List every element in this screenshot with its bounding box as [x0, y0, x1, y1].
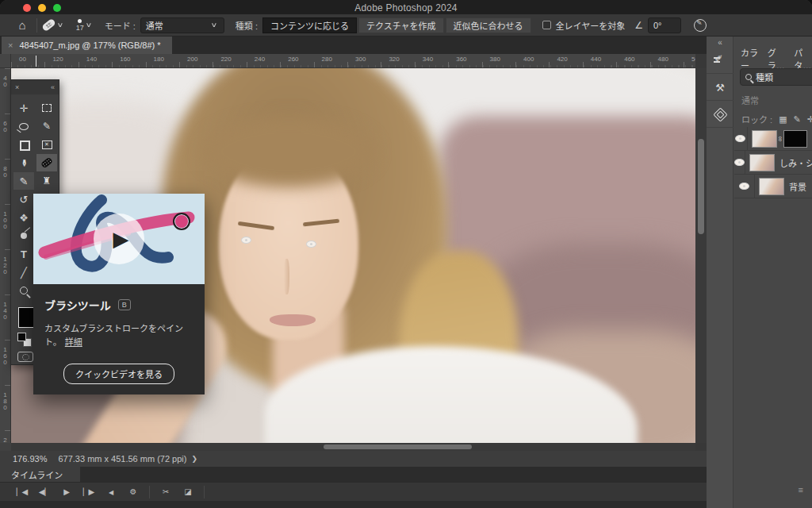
- visibility-cell[interactable]: [734, 151, 745, 174]
- lock-row: ロック : ▦ ✎ ✛: [741, 113, 812, 125]
- play-button[interactable]: ▶: [56, 487, 78, 496]
- brush-settings-panel-button[interactable]: [707, 48, 733, 74]
- visibility-cell[interactable]: [734, 175, 755, 198]
- eyedropper-tool[interactable]: ✒: [13, 154, 34, 171]
- ruler-label: 400: [523, 56, 534, 63]
- lock-transparency-icon[interactable]: ▦: [779, 114, 787, 125]
- next-frame-button[interactable]: ▶: [78, 487, 100, 496]
- type-button[interactable]: コンテンツに応じる: [262, 17, 357, 33]
- lock-paint-icon[interactable]: ✎: [794, 114, 801, 125]
- close-icon[interactable]: ×: [15, 83, 19, 91]
- horizontal-scrollbar[interactable]: [11, 443, 695, 451]
- audio-button[interactable]: ◀: [100, 487, 122, 496]
- tooltip-video-thumbnail[interactable]: ▶: [33, 194, 205, 284]
- frame-tool[interactable]: ✕: [36, 136, 57, 153]
- tools-presets-panel-button[interactable]: ⚒: [707, 75, 733, 101]
- ruler-label: 120: [2, 256, 9, 275]
- visibility-cell[interactable]: [734, 127, 748, 150]
- divider: [204, 486, 205, 498]
- ruler-label: 260: [288, 56, 298, 63]
- split-clip-button[interactable]: ✂: [155, 487, 177, 496]
- ruler-label: 140: [86, 56, 97, 63]
- quick-selection-tool[interactable]: ✎: [36, 117, 57, 135]
- foreground-mini-swatch: [17, 333, 26, 341]
- layer-row[interactable]: ∞: [734, 127, 812, 151]
- move-tool[interactable]: ✛: [13, 99, 34, 117]
- collapse-icon[interactable]: «: [51, 83, 55, 91]
- layer-thumbnail[interactable]: [759, 178, 784, 195]
- history-brush-tool[interactable]: ↺: [13, 190, 34, 208]
- type-tool[interactable]: T: [13, 245, 34, 263]
- ruler-label: 420: [557, 56, 567, 63]
- transition-button[interactable]: ◪: [177, 487, 199, 496]
- timeline-settings-button[interactable]: ⚙: [122, 487, 144, 496]
- layer-filter-box[interactable]: 種類: [740, 68, 812, 86]
- chevron-down-icon[interactable]: ∨: [85, 21, 92, 29]
- blur-icon: [21, 233, 27, 239]
- blend-mode-select[interactable]: 通常: [741, 94, 759, 106]
- layer-row[interactable]: ∞ 背景: [734, 175, 812, 198]
- properties-panel-button[interactable]: [707, 102, 733, 128]
- default-colors-control[interactable]: [17, 333, 32, 347]
- chevron-down-icon: ∨: [211, 21, 218, 29]
- link-icon[interactable]: ∞: [776, 136, 784, 140]
- lock-label: ロック :: [741, 113, 772, 125]
- brush-tool[interactable]: ✎: [13, 172, 34, 190]
- fill-tool[interactable]: ❖: [13, 209, 34, 226]
- ruler-label: 220: [220, 56, 231, 63]
- status-chevron-icon[interactable]: ❯: [191, 455, 197, 463]
- ruler-label: 200: [187, 56, 197, 63]
- scrollbar-thumb[interactable]: [698, 139, 704, 234]
- line-tool[interactable]: ╱: [13, 264, 34, 281]
- pen-pressure-icon[interactable]: [694, 19, 707, 32]
- mode-select[interactable]: 通常 ∨: [140, 17, 224, 33]
- document-tab[interactable]: × 4845407_m.jpg @ 177% (RGB/8#) *: [2, 37, 172, 54]
- zoom-tool[interactable]: [13, 282, 34, 299]
- horizontal-ruler[interactable]: 0012014016018020022024026028030032034036…: [11, 54, 695, 68]
- spot-healing-brush-tool[interactable]: [36, 154, 57, 171]
- scrollbar-thumb[interactable]: [324, 444, 472, 449]
- all-layers-checkbox[interactable]: [542, 21, 551, 29]
- crop-tool[interactable]: [13, 136, 34, 153]
- quick-mask-button[interactable]: [17, 352, 33, 362]
- timeline-menu-icon[interactable]: ≡: [799, 485, 804, 495]
- lasso-icon: [19, 123, 29, 130]
- ruler-label: 500: [691, 56, 695, 63]
- first-frame-button[interactable]: ◀: [11, 487, 33, 496]
- details-link[interactable]: 詳細: [65, 337, 82, 347]
- tab-close-icon[interactable]: ×: [8, 40, 13, 50]
- ruler-label: 180: [2, 391, 9, 410]
- window-title: Adobe Photoshop 2024: [0, 2, 812, 13]
- angle-icon: ∠: [634, 20, 643, 31]
- crop-icon: [20, 140, 29, 149]
- home-icon[interactable]: ⌂: [13, 18, 32, 32]
- timeline-tab[interactable]: タイムライン: [0, 467, 80, 482]
- zoom-level-field[interactable]: 176.93%: [13, 454, 47, 464]
- quick-video-button[interactable]: クイックビデオを見る: [63, 364, 174, 384]
- vertical-scrollbar[interactable]: [695, 68, 707, 443]
- chevron-down-icon[interactable]: ∨: [57, 21, 64, 29]
- layer-thumbnail[interactable]: [749, 154, 775, 171]
- expand-panels-icon[interactable]: «: [707, 38, 733, 47]
- eye-icon: [739, 183, 749, 190]
- brush-preset-picker[interactable]: 17: [76, 19, 84, 32]
- angle-input[interactable]: 0°: [648, 17, 681, 33]
- layer-row[interactable]: ∞ しみ・シ: [734, 151, 812, 175]
- photo-eye: [241, 237, 251, 244]
- lock-position-icon[interactable]: ✛: [807, 114, 812, 125]
- vertical-ruler[interactable]: 406080100120140160180200: [0, 68, 11, 443]
- clone-stamp-tool[interactable]: ♜: [36, 172, 57, 190]
- photo-lips: [270, 314, 316, 326]
- type-button[interactable]: テクスチャを作成: [358, 17, 444, 33]
- lasso-tool[interactable]: [13, 117, 34, 135]
- ruler-label: 380: [490, 56, 500, 63]
- spot-healing-brush-icon[interactable]: [41, 18, 56, 33]
- layer-mask-thumbnail[interactable]: [783, 130, 807, 148]
- marquee-tool[interactable]: [36, 99, 57, 117]
- type-button[interactable]: 近似色に合わせる: [446, 17, 531, 33]
- search-icon: [745, 74, 752, 80]
- layer-thumbnail[interactable]: [752, 130, 777, 148]
- previous-frame-button[interactable]: ◀: [33, 487, 56, 496]
- blur-tool[interactable]: [13, 227, 34, 244]
- play-button[interactable]: ▶: [94, 214, 144, 264]
